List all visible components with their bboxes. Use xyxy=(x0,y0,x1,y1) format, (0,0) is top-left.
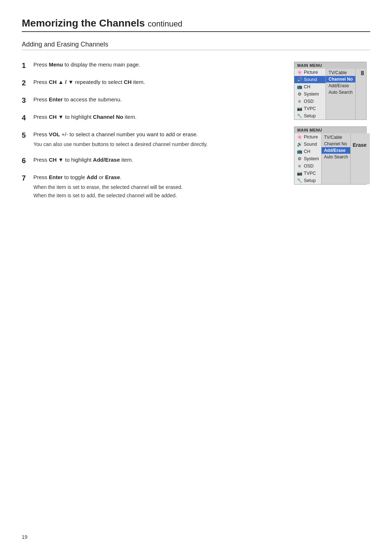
step-3-content: Press Enter to access the submenu. xyxy=(33,95,282,104)
step-2-bold-ch: CH ▲ / ▼ xyxy=(49,79,74,85)
step-4-number: 4 xyxy=(22,113,30,123)
step-3-bold: Enter xyxy=(49,96,63,102)
step-6-number: 6 xyxy=(22,156,30,166)
menu1-osd-label: OSD xyxy=(304,99,314,104)
menu2-body: 🌸 Picture 🔊 Sound 📺 CH ⚙ xyxy=(294,133,366,184)
menu1-item-setup: 🔧 Setup xyxy=(294,112,326,120)
menu2-sub-autosearch: Auto Search xyxy=(322,154,350,160)
menu1-ch-label: CH xyxy=(304,84,310,89)
menu2-items: 🌸 Picture 🔊 Sound 📺 CH ⚙ xyxy=(294,133,321,184)
step-5: 5 Press VOL +/- to select a channel numb… xyxy=(22,130,282,148)
menu2-sound-label: Sound xyxy=(304,142,317,147)
menu2-osd-label: OSD xyxy=(304,164,314,169)
page-content: Memorizing the Channels continued Adding… xyxy=(0,0,392,229)
setup-icon-1: 🔧 xyxy=(297,113,302,118)
step-7-content: Press Enter to toggle Add or Erase. When… xyxy=(33,173,282,199)
section-divider xyxy=(22,50,370,50)
menu2-item-setup: 🔧 Setup xyxy=(294,177,321,184)
menu1-right-value: 8 xyxy=(355,69,366,120)
menu2-picture-label: Picture xyxy=(304,134,318,140)
step-4: 4 Press CH ▼ to highlight Channel No ite… xyxy=(22,113,282,123)
system-icon-2: ⚙ xyxy=(297,156,302,161)
step-5-content: Press VOL +/- to select a channel number… xyxy=(33,130,282,148)
step-1-bold: Menu xyxy=(49,61,63,68)
menu-box-2: MAIN MENU 🌸 Picture 🔊 Sound 📺 xyxy=(294,126,367,185)
menu1-sub-tvcable: TV/Cable xyxy=(326,69,355,76)
step-5-bold-vol: VOL xyxy=(49,131,60,137)
title-divider xyxy=(22,31,370,32)
page-number: 19 xyxy=(22,534,28,540)
steps-column: 1 Press Menu to display the menu main pa… xyxy=(22,60,282,207)
picture-icon: 🌸 xyxy=(297,70,302,75)
osd-icon-2: ≡ xyxy=(297,164,302,169)
menu1-submenu: TV/Cable Channel No Add/Erase Auto Searc… xyxy=(326,69,355,120)
section-heading: Adding and Erasing Channels xyxy=(22,41,370,48)
menu2-right-value: Erase xyxy=(350,133,370,184)
step-2-number: 2 xyxy=(22,78,30,88)
menu2-tvpc-label: TVPC xyxy=(304,171,316,176)
step-4-bold-channelno: Channel No xyxy=(93,114,123,120)
menu1-header: MAIN MENU xyxy=(294,62,366,69)
menu1-sub-autosearch: Auto Search xyxy=(326,89,355,96)
system-icon-1: ⚙ xyxy=(297,92,302,97)
menu1-setup-label: Setup xyxy=(304,113,316,118)
tvpc-icon-2: 📷 xyxy=(297,171,302,176)
osd-icon-1: ≡ xyxy=(297,99,302,104)
menu2-sub-channelno: Channel No xyxy=(322,141,350,147)
menu2-erase-text: Erase xyxy=(353,142,367,148)
step-5-subtext: You can also use number buttons to selec… xyxy=(33,140,282,148)
step-1-number: 1 xyxy=(22,60,30,70)
step-7: 7 Press Enter to toggle Add or Erase. Wh… xyxy=(22,173,282,199)
step-6-content: Press CH ▼ to highlight Add/Erase item. xyxy=(33,156,282,164)
menu2-item-sound: 🔊 Sound xyxy=(294,141,321,148)
menu2-item-ch: 📺 CH xyxy=(294,148,321,155)
ch-icon-1: 📺 xyxy=(297,84,302,89)
menu1-item-picture: 🌸 Picture xyxy=(294,69,326,76)
menu1-sound-label: Sound xyxy=(304,77,317,82)
menu1-body: 🌸 Picture 🔊 Sound 📺 CH ⚙ xyxy=(294,69,366,120)
tvpc-icon-1: 📷 xyxy=(297,106,302,111)
menu1-sub-channelno: Channel No xyxy=(326,76,355,82)
menu2-item-picture: 🌸 Picture xyxy=(294,133,321,141)
setup-icon-2: 🔧 xyxy=(297,178,302,183)
step-4-content: Press CH ▼ to highlight Channel No item. xyxy=(33,113,282,121)
step-7-bold-enter: Enter xyxy=(49,174,63,180)
menu2-submenu: TV/Cable Channel No Add/Erase Auto Searc… xyxy=(321,133,350,184)
menu1-sub-adderase: Add/Erase xyxy=(326,82,355,89)
step-4-bold-ch: CH ▼ xyxy=(49,114,64,120)
ch-icon-2: 📺 xyxy=(297,149,302,154)
step-3: 3 Press Enter to access the submenu. xyxy=(22,95,282,105)
menu2-system-label: System xyxy=(304,156,319,161)
menu2-header: MAIN MENU xyxy=(294,127,366,133)
menu1-value-text: 8 xyxy=(361,70,364,77)
step-1-content: Press Menu to display the menu main page… xyxy=(33,60,282,69)
menu1-tvpc-label: TVPC xyxy=(304,106,316,111)
step-2: 2 Press CH ▲ / ▼ repeatedly to select CH… xyxy=(22,78,282,88)
menu1-picture-label: Picture xyxy=(304,70,318,75)
menu1-item-osd: ≡ OSD xyxy=(294,98,326,105)
menu1-item-tvpc: 📷 TVPC xyxy=(294,105,326,112)
step-1: 1 Press Menu to display the menu main pa… xyxy=(22,60,282,70)
menu2-ch-label: CH xyxy=(304,149,310,154)
menu2-sub-adderase: Add/Erase xyxy=(322,147,350,154)
menu1-item-sound: 🔊 Sound xyxy=(294,76,326,83)
menu1-item-ch: 📺 CH xyxy=(294,83,326,90)
menus-column: MAIN MENU 🌸 Picture 🔊 Sound 📺 xyxy=(294,60,370,207)
menu1-items: 🌸 Picture 🔊 Sound 📺 CH ⚙ xyxy=(294,69,326,120)
picture-icon-2: 🌸 xyxy=(297,134,302,140)
step-2-content: Press CH ▲ / ▼ repeatedly to select CH i… xyxy=(33,78,282,86)
menu2-item-tvpc: 📷 TVPC xyxy=(294,170,321,177)
continued-text: continued xyxy=(148,19,182,28)
step-7-bold-add: Add xyxy=(87,174,97,180)
step-5-number: 5 xyxy=(22,130,30,140)
step-6: 6 Press CH ▼ to highlight Add/Erase item… xyxy=(22,156,282,166)
step-7-bold-erase: Erase xyxy=(105,174,120,180)
step-6-bold-ch: CH ▼ xyxy=(49,157,64,163)
menu2-setup-label: Setup xyxy=(304,178,316,183)
step-7-subtext: When the item is set to erase, the selec… xyxy=(33,183,282,199)
title-text: Memorizing the Channels xyxy=(22,17,145,29)
menu2-item-osd: ≡ OSD xyxy=(294,162,321,170)
menu-box-1: MAIN MENU 🌸 Picture 🔊 Sound 📺 xyxy=(294,62,367,120)
menu2-item-system: ⚙ System xyxy=(294,155,321,162)
page-title: Memorizing the Channels continued xyxy=(22,17,370,29)
